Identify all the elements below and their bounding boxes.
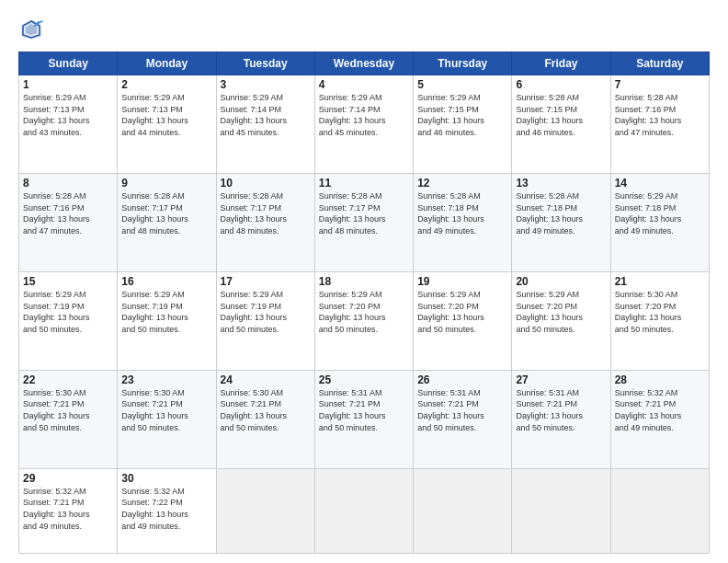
day-number: 13 xyxy=(516,177,606,190)
cell-detail: Daylight: 13 hours xyxy=(417,410,507,422)
cell-detail: Sunset: 7:19 PM xyxy=(121,301,211,313)
cell-detail: Sunset: 7:21 PM xyxy=(417,398,507,410)
cell-detail: Sunset: 7:21 PM xyxy=(615,398,705,410)
table-row: 13Sunrise: 5:28 AMSunset: 7:18 PMDayligh… xyxy=(512,173,610,271)
cell-detail: Daylight: 13 hours xyxy=(121,312,211,324)
day-number: 25 xyxy=(319,373,409,386)
cell-detail: and 46 minutes. xyxy=(516,127,606,139)
col-header-wednesday: Wednesday xyxy=(314,52,413,75)
cell-detail: Sunrise: 5:32 AM xyxy=(615,387,705,399)
cell-detail: Sunset: 7:16 PM xyxy=(23,202,113,214)
table-row: 17Sunrise: 5:29 AMSunset: 7:19 PMDayligh… xyxy=(216,271,314,370)
cell-detail: and 50 minutes. xyxy=(615,324,705,336)
cell-detail: Daylight: 13 hours xyxy=(221,213,311,225)
day-number: 17 xyxy=(221,275,311,288)
cell-detail: and 50 minutes. xyxy=(516,422,606,434)
cell-detail: and 49 minutes. xyxy=(615,225,705,237)
table-row: 20Sunrise: 5:29 AMSunset: 7:20 PMDayligh… xyxy=(512,271,610,370)
table-row: 21Sunrise: 5:30 AMSunset: 7:20 PMDayligh… xyxy=(610,271,709,370)
day-number: 19 xyxy=(417,275,507,288)
day-number: 24 xyxy=(221,373,311,386)
calendar-row-2: 8Sunrise: 5:28 AMSunset: 7:16 PMDaylight… xyxy=(19,173,710,271)
cell-detail: Sunset: 7:22 PM xyxy=(121,497,211,509)
day-number: 6 xyxy=(516,78,606,91)
page: SundayMondayTuesdayWednesdayThursdayFrid… xyxy=(0,0,728,563)
cell-detail: and 50 minutes. xyxy=(319,324,409,336)
cell-detail: Sunrise: 5:29 AM xyxy=(23,289,113,301)
cell-detail: Daylight: 13 hours xyxy=(417,312,507,324)
col-header-monday: Monday xyxy=(118,52,216,75)
cell-detail: Sunrise: 5:29 AM xyxy=(221,92,311,104)
cell-detail: and 50 minutes. xyxy=(23,324,113,336)
day-number: 21 xyxy=(615,275,705,288)
cell-detail: Sunset: 7:15 PM xyxy=(516,104,606,116)
cell-detail: Sunrise: 5:28 AM xyxy=(221,190,311,202)
calendar: SundayMondayTuesdayWednesdayThursdayFrid… xyxy=(18,52,710,554)
cell-detail: and 50 minutes. xyxy=(221,422,311,434)
cell-detail: Sunset: 7:20 PM xyxy=(615,301,705,313)
cell-detail: Daylight: 13 hours xyxy=(23,509,113,521)
table-row: 4Sunrise: 5:29 AMSunset: 7:14 PMDaylight… xyxy=(314,75,413,174)
cell-detail: and 50 minutes. xyxy=(516,324,606,336)
cell-detail: Sunrise: 5:28 AM xyxy=(121,190,211,202)
cell-detail: Daylight: 13 hours xyxy=(221,115,311,127)
day-number: 22 xyxy=(23,373,113,386)
table-row: 3Sunrise: 5:29 AMSunset: 7:14 PMDaylight… xyxy=(216,75,314,174)
cell-detail: Sunrise: 5:29 AM xyxy=(221,289,311,301)
cell-detail: Sunset: 7:17 PM xyxy=(221,202,311,214)
cell-detail: Sunrise: 5:30 AM xyxy=(121,387,211,399)
cell-detail: Sunrise: 5:28 AM xyxy=(516,190,606,202)
cell-detail: Sunrise: 5:30 AM xyxy=(615,289,705,301)
cell-detail: and 47 minutes. xyxy=(23,225,113,237)
table-row: 23Sunrise: 5:30 AMSunset: 7:21 PMDayligh… xyxy=(118,370,216,468)
cell-detail: Sunset: 7:21 PM xyxy=(319,398,409,410)
day-number: 30 xyxy=(121,472,211,485)
cell-detail: Sunset: 7:14 PM xyxy=(221,104,311,116)
calendar-row-5: 29Sunrise: 5:32 AMSunset: 7:21 PMDayligh… xyxy=(19,468,710,553)
cell-detail: Sunrise: 5:29 AM xyxy=(319,289,409,301)
cell-detail: Sunset: 7:21 PM xyxy=(23,398,113,410)
cell-detail: Daylight: 13 hours xyxy=(615,213,705,225)
cell-detail: Sunrise: 5:28 AM xyxy=(417,190,507,202)
table-row: 30Sunrise: 5:32 AMSunset: 7:22 PMDayligh… xyxy=(118,468,216,553)
cell-detail: Daylight: 13 hours xyxy=(23,312,113,324)
cell-detail: Sunset: 7:18 PM xyxy=(516,202,606,214)
day-number: 18 xyxy=(319,275,409,288)
cell-detail: Sunset: 7:17 PM xyxy=(121,202,211,214)
cell-detail: Daylight: 13 hours xyxy=(417,213,507,225)
day-number: 9 xyxy=(121,177,211,190)
cell-detail: and 50 minutes. xyxy=(319,422,409,434)
cell-detail: Sunset: 7:19 PM xyxy=(221,301,311,313)
cell-detail: Daylight: 13 hours xyxy=(23,213,113,225)
cell-detail: Sunrise: 5:29 AM xyxy=(615,190,705,202)
cell-detail: Sunrise: 5:29 AM xyxy=(121,289,211,301)
table-row: 11Sunrise: 5:28 AMSunset: 7:17 PMDayligh… xyxy=(314,173,413,271)
cell-detail: and 43 minutes. xyxy=(23,127,113,139)
col-header-tuesday: Tuesday xyxy=(216,52,314,75)
logo xyxy=(18,17,48,42)
day-number: 11 xyxy=(319,177,409,190)
table-row xyxy=(512,468,610,553)
table-row: 2Sunrise: 5:29 AMSunset: 7:13 PMDaylight… xyxy=(118,75,216,174)
cell-detail: Sunset: 7:21 PM xyxy=(23,497,113,509)
cell-detail: Sunset: 7:15 PM xyxy=(417,104,507,116)
table-row: 15Sunrise: 5:29 AMSunset: 7:19 PMDayligh… xyxy=(19,271,118,370)
cell-detail: Daylight: 13 hours xyxy=(319,115,409,127)
cell-detail: Sunrise: 5:28 AM xyxy=(319,190,409,202)
header-row: SundayMondayTuesdayWednesdayThursdayFrid… xyxy=(19,52,710,75)
cell-detail: Daylight: 13 hours xyxy=(516,410,606,422)
cell-detail: Sunrise: 5:29 AM xyxy=(23,92,113,104)
cell-detail: Sunset: 7:21 PM xyxy=(121,398,211,410)
cell-detail: Sunrise: 5:29 AM xyxy=(417,289,507,301)
day-number: 27 xyxy=(516,373,606,386)
cell-detail: Sunrise: 5:31 AM xyxy=(516,387,606,399)
cell-detail: Sunset: 7:20 PM xyxy=(417,301,507,313)
day-number: 10 xyxy=(221,177,311,190)
table-row: 8Sunrise: 5:28 AMSunset: 7:16 PMDaylight… xyxy=(19,173,118,271)
cell-detail: Daylight: 13 hours xyxy=(121,213,211,225)
day-number: 12 xyxy=(417,177,507,190)
cell-detail: and 49 minutes. xyxy=(516,225,606,237)
table-row: 25Sunrise: 5:31 AMSunset: 7:21 PMDayligh… xyxy=(314,370,413,468)
cell-detail: Daylight: 13 hours xyxy=(319,312,409,324)
col-header-saturday: Saturday xyxy=(610,52,709,75)
